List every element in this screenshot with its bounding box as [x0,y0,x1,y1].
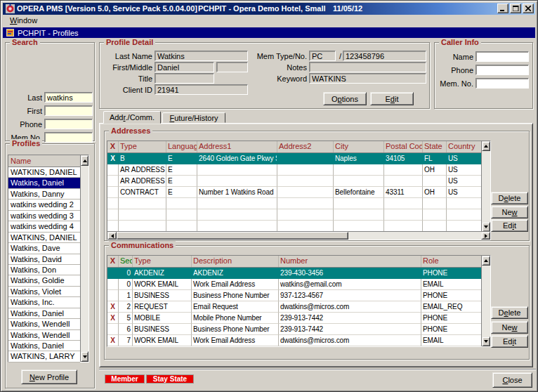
table-row[interactable]: 0WORK EMAILWork Email Addresswatkins@ema… [107,279,490,290]
mem-type-field[interactable] [309,51,336,61]
addresses-delete-button[interactable]: Delete [491,192,528,204]
profile-list-item[interactable]: Watkins, Danny [8,189,80,200]
addresses-hscrollbar[interactable] [107,231,490,240]
profile-list-item[interactable]: Watkins, Wendell [8,319,80,329]
table-row[interactable]: X2REQUESTEmail Requestdwatkins@micros.co… [107,301,490,313]
close-button[interactable]: Close [492,372,532,388]
last-name-label: Last Name [100,52,152,60]
last-name-field[interactable] [155,51,248,61]
cell-number: watkins@email.com [279,279,421,290]
scroll-up-button[interactable] [482,256,490,266]
cell-type [119,209,166,221]
first-label: First [7,107,42,115]
profile-list-item[interactable]: Watkins, Don [8,265,80,275]
middle-name-field[interactable] [216,62,248,72]
search-last-input[interactable] [44,92,93,103]
empty-table-row[interactable] [107,221,490,232]
profile-list-item[interactable]: watkins wedding 4 [8,221,80,232]
profile-list-item[interactable]: watkins wedding 2 [8,200,80,210]
table-row[interactable]: CONTRACTENumber 1 Watkins RoadBellefonta… [107,187,490,198]
communications-delete-button[interactable]: Delete [491,306,528,319]
caller-phone-label: Phone [435,66,473,74]
table-row[interactable]: AR ADDRESSEUS [107,176,490,187]
profile-list-item[interactable]: Watkins, Daniel [8,308,80,319]
mem-no-field[interactable] [343,51,426,61]
table-row[interactable]: 0AKDENIZAKDENIZ239-430-3456PHONE [107,268,490,279]
close-window-button[interactable] [523,4,534,13]
profile-list-item[interactable]: watkins wedding 3 [8,211,80,221]
keyword-field[interactable] [309,73,426,84]
scroll-up-button[interactable] [81,155,88,166]
scroll-left-button[interactable] [107,232,117,240]
caller-name-input[interactable] [475,51,529,62]
tab-future-history[interactable]: Future/History [162,112,225,123]
profile-list-item[interactable]: Watkins, Inc. [8,297,80,308]
cell-city: Bellefontaine [334,187,384,198]
table-row[interactable]: X7WORK EMAILWork Email Addressdwatkins@m… [107,335,490,346]
communications-body: 0AKDENIZAKDENIZ239-430-3456PHONE0WORK EM… [107,268,490,346]
title-field[interactable] [155,73,214,84]
cell-role: PHONE [421,290,483,301]
client-id-field[interactable] [155,84,248,95]
communications-new-button[interactable]: New [491,321,528,334]
profile-list-item[interactable]: Watkins, David [8,254,80,265]
scroll-right-button[interactable] [481,232,490,240]
cell-postal [384,176,423,187]
table-row[interactable]: AR ADDRESSEOHUS [107,164,490,176]
table-row[interactable]: 6BUSINESSBusiness Phone Number239-913-74… [107,324,490,335]
options-button[interactable]: Options [323,92,367,105]
column-header-state: State [423,141,447,152]
cell-x: X [107,313,119,324]
profile-list-item[interactable]: Watkins, Daniel [8,178,80,188]
table-row[interactable]: XBE2640 Golden Gate Pkwy Ste 2Naples3410… [107,153,490,164]
scroll-down-button[interactable] [482,337,490,346]
addresses-edit-button[interactable]: Edit [491,219,528,232]
cell-postal [384,198,423,209]
table-row[interactable]: 1BUSINESSBusiness Phone Number937-123-45… [107,290,490,301]
addresses-new-button[interactable]: New [491,206,528,218]
first-name-field[interactable] [155,62,214,72]
profile-list-item[interactable]: Watkins, Dave [8,243,80,254]
search-first-input[interactable] [44,105,93,116]
column-header-number: Number [279,256,421,267]
notes-field[interactable] [309,62,426,72]
cell-role: PHONE [421,313,483,324]
search-phone-input[interactable] [44,119,93,129]
profile-list-item[interactable]: Watkins, Goldie [8,275,80,286]
profile-list-item[interactable]: WATKINS, LARRY [8,351,80,362]
scroll-down-button[interactable] [482,222,490,232]
search-mem-input[interactable] [44,132,93,143]
profiles-scrollbar[interactable] [80,155,88,362]
hscroll-thumb[interactable] [117,232,348,240]
profile-list-item[interactable]: Watkins, Violet [8,287,80,297]
cell-description: Mobile Phone Number [192,313,279,324]
cell-city [334,209,384,221]
scroll-down-button[interactable] [81,351,88,362]
caller-mem-input[interactable] [475,78,529,89]
caller-phone-input[interactable] [475,65,529,75]
cell-address2 [277,164,334,176]
profile-list-item[interactable]: Watkins, Daniel [8,341,80,351]
empty-table-row[interactable] [107,198,490,209]
maximize-button[interactable] [510,4,521,13]
cell-seq: 0 [119,279,133,290]
scroll-up-button[interactable] [482,141,490,151]
new-profile-button[interactable]: New Profile [21,370,77,384]
cell-x: X [107,301,119,313]
tab-addr-comm[interactable]: Addr./Comm. [103,111,161,124]
cell-country [447,198,483,209]
menu-window[interactable]: Window [6,15,41,25]
addresses-vscrollbar[interactable] [481,141,490,232]
cell-number: 239-913-7442 [279,324,421,335]
profile-edit-button[interactable]: Edit [370,92,414,105]
cell-x [107,268,119,279]
empty-table-row[interactable] [107,209,490,221]
profile-list-item[interactable]: Watkins, Wendell [8,330,80,341]
cell-city [334,221,384,232]
communications-edit-button[interactable]: Edit [491,335,528,348]
profile-list-item[interactable]: WATKINS, DANIEL [8,167,80,178]
profile-list-item[interactable]: WATKINS, DANIEL [8,233,80,243]
minimize-button[interactable] [497,4,509,13]
communications-vscrollbar[interactable] [481,256,490,346]
table-row[interactable]: X5MOBILEMobile Phone Number239-913-7442P… [107,313,490,324]
